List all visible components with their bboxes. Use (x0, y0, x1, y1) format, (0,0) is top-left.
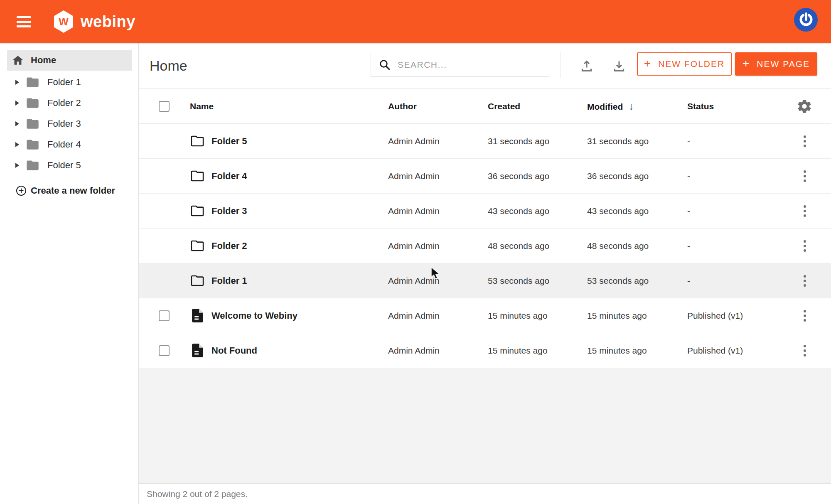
new-page-button[interactable]: + NEW PAGE (735, 52, 817, 76)
row-status: - (687, 136, 690, 146)
table-row[interactable]: Welcome to Webiny Admin Admin 15 minutes… (139, 298, 831, 333)
folder-filled-icon (26, 77, 39, 88)
webiny-logo: W webiny (54, 9, 135, 34)
folder-icon (190, 239, 204, 253)
row-name[interactable]: Folder 5 (211, 136, 247, 147)
row-name[interactable]: Folder 4 (211, 171, 247, 182)
webiny-hexagon-icon: W (54, 10, 73, 33)
top-app-bar: W webiny (0, 0, 831, 43)
upload-icon (580, 59, 594, 73)
chevron-right-icon[interactable] (15, 79, 20, 85)
sidebar-item-folder[interactable]: Folder 4 (0, 134, 139, 155)
sidebar-folder-label: Folder 1 (47, 77, 81, 88)
sidebar-item-home[interactable]: Home (7, 50, 132, 71)
column-header-name[interactable]: Name (190, 101, 214, 111)
row-name[interactable]: Folder 1 (211, 275, 247, 286)
sidebar-folder-label: Folder 5 (47, 160, 81, 171)
new-page-label: NEW PAGE (757, 59, 810, 69)
folder-filled-icon (26, 139, 39, 150)
sort-descending-icon[interactable]: ↓ (629, 101, 634, 112)
folder-icon (190, 169, 204, 183)
circle-plus-icon (16, 185, 27, 196)
row-actions-kebab-icon[interactable] (799, 342, 811, 359)
sidebar-item-folder[interactable]: Folder 3 (0, 113, 139, 134)
search-input[interactable] (398, 60, 535, 70)
user-avatar[interactable] (794, 8, 818, 32)
new-folder-label: NEW FOLDER (658, 59, 725, 69)
column-header-modified[interactable]: Modified↓ (587, 101, 634, 112)
table-body: Folder 5 Admin Admin 31 seconds ago 31 s… (139, 124, 831, 368)
brand-name: webiny (81, 13, 135, 31)
page-document-icon (190, 344, 204, 358)
table-row[interactable]: Folder 3 Admin Admin 43 seconds ago 43 s… (139, 194, 831, 229)
row-name[interactable]: Folder 3 (211, 206, 247, 216)
table-row[interactable]: Folder 1 Admin Admin 53 seconds ago 53 s… (139, 263, 831, 298)
main-content: Home + NEW FOLDER (139, 43, 831, 504)
row-author: Admin Admin (388, 311, 440, 321)
hamburger-menu-icon[interactable] (17, 16, 31, 27)
folder-icon (190, 134, 204, 148)
folder-filled-icon (26, 160, 39, 171)
chevron-right-icon[interactable] (15, 162, 20, 168)
table-row[interactable]: Folder 4 Admin Admin 36 seconds ago 36 s… (139, 159, 831, 194)
row-actions-kebab-icon[interactable] (799, 307, 811, 324)
column-header-author[interactable]: Author (388, 101, 417, 111)
table-row[interactable]: Folder 5 Admin Admin 31 seconds ago 31 s… (139, 124, 831, 159)
sidebar-item-folder[interactable]: Folder 2 (0, 93, 139, 113)
row-name[interactable]: Folder 2 (211, 241, 247, 251)
chevron-right-icon[interactable] (15, 100, 20, 106)
row-name[interactable]: Welcome to Webiny (211, 310, 297, 321)
webiny-logo-letter: W (54, 10, 73, 33)
row-actions-kebab-icon[interactable] (799, 203, 811, 219)
row-modified: 53 seconds ago (587, 276, 649, 286)
row-actions-kebab-icon[interactable] (799, 238, 811, 254)
row-checkbox[interactable] (159, 345, 170, 356)
sidebar-folder-label: Folder 3 (47, 118, 81, 129)
row-status: - (687, 206, 690, 216)
row-created: 15 minutes ago (488, 311, 548, 321)
plus-icon: + (644, 58, 652, 69)
page-document-icon (190, 309, 204, 323)
folder-icon (190, 274, 204, 288)
chevron-right-icon[interactable] (15, 142, 20, 148)
row-author: Admin Admin (388, 171, 440, 181)
row-actions-kebab-icon[interactable] (799, 273, 811, 289)
row-status: - (687, 241, 690, 251)
plus-icon: + (742, 58, 750, 69)
row-checkbox[interactable] (159, 310, 170, 321)
row-status: - (687, 171, 690, 181)
row-created: 53 seconds ago (488, 276, 549, 286)
row-author: Admin Admin (388, 276, 440, 286)
modified-label: Modified (587, 102, 623, 111)
column-header-created[interactable]: Created (488, 101, 520, 111)
table-row[interactable]: Not Found Admin Admin 15 minutes ago 15 … (139, 333, 831, 368)
row-name[interactable]: Not Found (211, 345, 257, 356)
row-author: Admin Admin (388, 241, 440, 251)
create-new-folder-button[interactable]: Create a new folder (16, 180, 115, 201)
search-icon (379, 59, 391, 71)
sidebar-item-folder[interactable]: Folder 1 (0, 72, 139, 93)
sidebar-folder-label: Folder 2 (47, 98, 81, 108)
pagination-summary: Showing 2 out of 2 pages. (147, 489, 248, 499)
sidebar: Home Folder 1 Folder 2 (0, 43, 139, 504)
table-row[interactable]: Folder 2 Admin Admin 48 seconds ago 48 s… (139, 229, 831, 263)
sidebar-home-label: Home (31, 55, 56, 66)
row-actions-kebab-icon[interactable] (799, 133, 811, 150)
column-header-status[interactable]: Status (687, 101, 714, 111)
sidebar-item-folder[interactable]: Folder 5 (0, 155, 139, 176)
row-author: Admin Admin (388, 346, 440, 356)
table-footer: Showing 2 out of 2 pages. (139, 483, 831, 504)
export-download-button[interactable] (611, 58, 627, 74)
empty-table-area (139, 368, 831, 483)
chevron-right-icon[interactable] (15, 121, 20, 127)
table-settings-gear-icon[interactable] (797, 98, 812, 114)
row-created: 15 minutes ago (488, 346, 548, 356)
sidebar-folder-label: Folder 4 (47, 139, 81, 150)
new-folder-button[interactable]: + NEW FOLDER (637, 52, 732, 76)
toolbar: Home + NEW FOLDER (139, 43, 831, 89)
power-g-icon (799, 12, 813, 27)
import-upload-button[interactable] (578, 58, 595, 74)
select-all-checkbox[interactable] (159, 101, 170, 112)
row-actions-kebab-icon[interactable] (799, 168, 811, 184)
row-created: 43 seconds ago (488, 206, 549, 216)
